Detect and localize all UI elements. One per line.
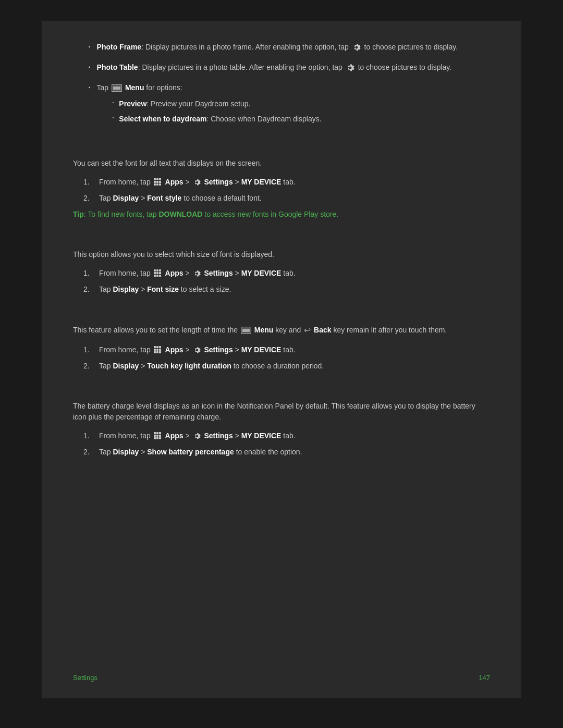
touch-key-step-2: 2. Tap Display > Touch key light duratio… xyxy=(83,361,490,372)
touch-key-intro: This feature allows you to set the lengt… xyxy=(73,324,490,337)
menu-icon xyxy=(112,84,122,92)
step-content: Tap Display > Touch key light duration t… xyxy=(99,361,490,372)
bullet-photo-table: ▪ Photo Table: Display pictures in a pho… xyxy=(83,62,490,73)
section-separator-3 xyxy=(73,308,490,309)
bullet-text: Photo Frame: Display pictures in a photo… xyxy=(97,42,490,53)
daydream-section: ▪ Photo Frame: Display pictures in a pho… xyxy=(73,42,490,129)
touch-key-steps: 1. From home, tap Apps > Settings > xyxy=(83,344,490,372)
bullet-text: Tap Menu for options: • Preview: Preview… xyxy=(97,82,490,129)
settings-icon-1 xyxy=(193,178,201,187)
settings-icon-2 xyxy=(193,269,201,278)
font-style-steps: 1. From home, tap Apps > Settings > xyxy=(83,177,490,204)
step-content: Tap Display > Font size to select a size… xyxy=(99,284,490,295)
apps-grid-icon-2 xyxy=(154,269,162,278)
font-style-intro: You can set the font for all text that d… xyxy=(73,158,490,169)
select-term: Select when to daydream xyxy=(119,115,206,123)
tip-label: Tip xyxy=(73,210,84,218)
step-content: From home, tap Apps > Settings > MY DEVI… xyxy=(99,344,490,355)
step-number: 1. xyxy=(83,177,99,188)
bullet-marker: ▪ xyxy=(89,83,91,91)
font-size-step-1: 1. From home, tap Apps > Settings > xyxy=(83,268,490,279)
settings-icon-3 xyxy=(193,346,201,354)
page-footer: Settings 147 xyxy=(73,673,490,683)
font-size-intro: This option allows you to select which s… xyxy=(73,249,490,260)
font-style-section: You can set the font for all text that d… xyxy=(73,158,490,220)
section-separator-2 xyxy=(73,233,490,233)
menu-icon-2 xyxy=(241,327,251,334)
battery-step-1: 1. From home, tap Apps > Settings > xyxy=(83,430,490,441)
apps-label-1: Apps xyxy=(165,178,183,186)
settings-label-4: Settings xyxy=(204,431,232,440)
photo-frame-term: Photo Frame xyxy=(97,43,142,51)
apps-grid-icon xyxy=(154,178,162,187)
footer-left: Settings xyxy=(73,673,97,683)
step-number: 2. xyxy=(83,361,99,372)
step-content: Tap Display > Show battery percentage to… xyxy=(99,447,490,458)
photo-table-term: Photo Table xyxy=(97,63,138,71)
footer-right: 147 xyxy=(479,673,490,683)
page-content: ▪ Photo Frame: Display pictures in a pho… xyxy=(42,21,521,698)
device-label-2: MY DEVICE xyxy=(241,269,282,277)
preview-term: Preview xyxy=(119,100,146,108)
device-label-3: MY DEVICE xyxy=(241,346,282,354)
step-number: 1. xyxy=(83,344,99,355)
apps-grid-icon-3 xyxy=(154,346,162,354)
font-size-steps: 1. From home, tap Apps > Settings > xyxy=(83,268,490,295)
font-style-step-2: 2. Tap Display > Font style to choose a … xyxy=(83,193,490,204)
battery-intro: The battery charge level displays as an … xyxy=(73,401,490,423)
settings-label-2: Settings xyxy=(204,269,232,277)
font-size-section: This option allows you to select which s… xyxy=(73,249,490,295)
back-label: Back xyxy=(314,326,331,334)
apps-label-3: Apps xyxy=(165,346,183,354)
apps-grid-icon-4 xyxy=(154,432,162,440)
gear-icon-2 xyxy=(346,63,355,72)
step-number: 1. xyxy=(83,268,99,279)
download-label: DOWNLOAD xyxy=(158,210,202,218)
step-content: From home, tap Apps > Settings > MY DEVI… xyxy=(99,430,490,441)
device-label-4: MY DEVICE xyxy=(241,431,282,440)
apps-label-2: Apps xyxy=(165,269,183,277)
sub-bullet-preview: • Preview: Preview your Daydream setup. xyxy=(113,98,490,109)
battery-steps: 1. From home, tap Apps > Settings > xyxy=(83,430,490,458)
font-style-step-1: 1. From home, tap Apps > Settings > xyxy=(83,177,490,188)
battery-section: The battery charge level displays as an … xyxy=(73,401,490,458)
device-label-1: MY DEVICE xyxy=(241,178,282,186)
step-content: From home, tap Apps > Settings > MY DEVI… xyxy=(99,268,490,279)
bullet-text: Photo Table: Display pictures in a photo… xyxy=(97,62,490,73)
step-content: Tap Display > Font style to choose a def… xyxy=(99,193,490,204)
section-separator-1 xyxy=(73,142,490,142)
step-number: 2. xyxy=(83,193,99,204)
settings-label-1: Settings xyxy=(204,178,232,186)
back-icon: ↩ xyxy=(304,324,311,337)
bullet-marker: ▪ xyxy=(89,63,91,71)
step-number: 2. xyxy=(83,284,99,295)
menu-label: Menu xyxy=(254,326,274,334)
touch-key-section: This feature allows you to set the lengt… xyxy=(73,324,490,372)
apps-label-4: Apps xyxy=(165,431,183,440)
step-number: 2. xyxy=(83,447,99,458)
sub-bullet-select: • Select when to daydream: Choose when D… xyxy=(113,114,490,125)
font-size-step-2: 2. Tap Display > Font size to select a s… xyxy=(83,284,490,295)
section-separator-4 xyxy=(73,385,490,385)
gear-icon xyxy=(352,43,361,52)
settings-icon-4 xyxy=(193,432,201,440)
step-number: 1. xyxy=(83,430,99,441)
bullet-marker: ▪ xyxy=(89,43,91,51)
step-content: From home, tap Apps > Settings > MY DEVI… xyxy=(99,177,490,188)
font-style-tip: Tip: To find new fonts, tap DOWNLOAD to … xyxy=(73,209,490,220)
sub-bullet-marker: • xyxy=(113,100,114,106)
battery-step-2: 2. Tap Display > Show battery percentage… xyxy=(83,447,490,458)
touch-key-step-1: 1. From home, tap Apps > Settings > xyxy=(83,344,490,355)
settings-label-3: Settings xyxy=(204,346,232,354)
bullet-photo-frame: ▪ Photo Frame: Display pictures in a pho… xyxy=(83,42,490,53)
bullet-tap-menu: ▪ Tap Menu for options: • Preview: Previ… xyxy=(83,82,490,129)
sub-bullets: • Preview: Preview your Daydream setup. … xyxy=(113,98,490,125)
sub-bullet-marker: • xyxy=(113,115,114,121)
